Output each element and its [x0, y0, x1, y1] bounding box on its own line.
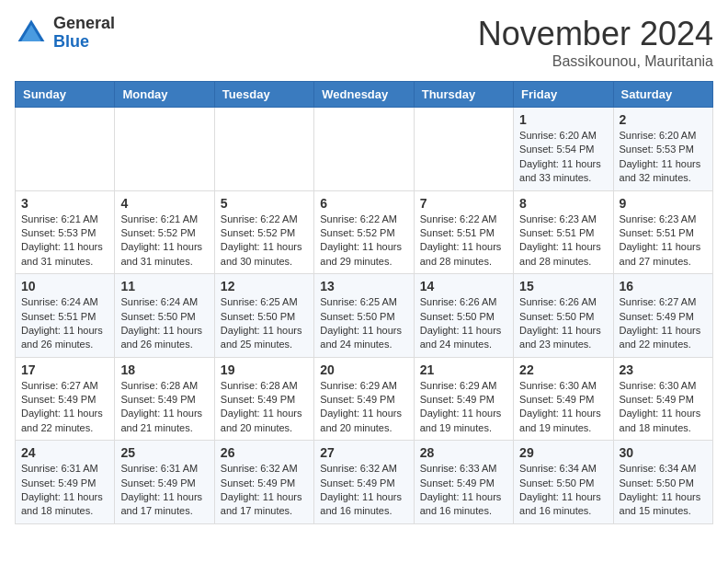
day-number: 26: [221, 445, 308, 460]
day-info: Sunrise: 6:26 AMSunset: 5:50 PMDaylight:…: [420, 295, 507, 352]
location-title: Bassikounou, Mauritania: [478, 53, 713, 70]
logo-blue: Blue: [53, 32, 89, 51]
page-header: General Blue November 2024 Bassikounou, …: [15, 15, 713, 70]
logo: General Blue: [15, 15, 115, 52]
calendar-table: SundayMondayTuesdayWednesdayThursdayFrid…: [15, 81, 713, 524]
calendar-cell: 14Sunrise: 6:26 AMSunset: 5:50 PMDayligh…: [414, 274, 513, 358]
logo-icon: [15, 17, 48, 50]
day-info: Sunrise: 6:22 AMSunset: 5:52 PMDaylight:…: [320, 213, 407, 270]
day-number: 10: [21, 279, 108, 293]
weekday-header-thursday: Thursday: [414, 82, 513, 108]
day-number: 15: [519, 279, 607, 293]
day-number: 2: [620, 112, 707, 127]
day-number: 20: [320, 362, 407, 377]
day-info: Sunrise: 6:34 AMSunset: 5:50 PMDaylight:…: [519, 462, 607, 519]
day-number: 13: [320, 279, 407, 293]
calendar-cell: 2Sunrise: 6:20 AMSunset: 5:53 PMDaylight…: [613, 108, 712, 191]
day-info: Sunrise: 6:29 AMSunset: 5:49 PMDaylight:…: [420, 379, 507, 436]
day-info: Sunrise: 6:20 AMSunset: 5:53 PMDaylight:…: [620, 129, 707, 186]
day-info: Sunrise: 6:25 AMSunset: 5:50 PMDaylight:…: [320, 295, 407, 352]
day-info: Sunrise: 6:29 AMSunset: 5:49 PMDaylight:…: [320, 379, 407, 436]
calendar-week-row: 1Sunrise: 6:20 AMSunset: 5:54 PMDaylight…: [16, 108, 713, 191]
calendar-cell: [16, 108, 115, 191]
weekday-header-friday: Friday: [514, 82, 613, 108]
weekday-header-wednesday: Wednesday: [314, 82, 414, 108]
day-info: Sunrise: 6:24 AMSunset: 5:51 PMDaylight:…: [21, 295, 108, 352]
calendar-cell: 24Sunrise: 6:31 AMSunset: 5:49 PMDayligh…: [16, 441, 115, 524]
title-block: November 2024 Bassikounou, Mauritania: [478, 15, 713, 70]
day-number: 5: [221, 196, 308, 211]
day-number: 12: [221, 279, 308, 293]
calendar-cell: 11Sunrise: 6:24 AMSunset: 5:50 PMDayligh…: [115, 274, 214, 358]
day-info: Sunrise: 6:26 AMSunset: 5:50 PMDaylight:…: [519, 295, 607, 352]
day-number: 14: [420, 279, 507, 293]
calendar-cell: 27Sunrise: 6:32 AMSunset: 5:49 PMDayligh…: [314, 441, 414, 524]
day-number: 1: [519, 112, 607, 127]
day-number: 30: [620, 445, 707, 460]
day-number: 18: [120, 362, 208, 377]
calendar-cell: 16Sunrise: 6:27 AMSunset: 5:49 PMDayligh…: [613, 274, 712, 358]
day-number: 21: [420, 362, 507, 377]
day-info: Sunrise: 6:22 AMSunset: 5:52 PMDaylight:…: [221, 213, 308, 270]
calendar-cell: 19Sunrise: 6:28 AMSunset: 5:49 PMDayligh…: [214, 357, 313, 441]
calendar-cell: 1Sunrise: 6:20 AMSunset: 5:54 PMDaylight…: [514, 108, 613, 191]
day-number: 24: [21, 445, 108, 460]
day-info: Sunrise: 6:30 AMSunset: 5:49 PMDaylight:…: [519, 379, 607, 436]
calendar-cell: 22Sunrise: 6:30 AMSunset: 5:49 PMDayligh…: [514, 357, 613, 441]
calendar-cell: 9Sunrise: 6:23 AMSunset: 5:51 PMDaylight…: [613, 190, 712, 274]
day-info: Sunrise: 6:34 AMSunset: 5:50 PMDaylight:…: [620, 462, 707, 519]
day-number: 22: [519, 362, 607, 377]
calendar-cell: 3Sunrise: 6:21 AMSunset: 5:53 PMDaylight…: [16, 190, 115, 274]
calendar-cell: [214, 108, 313, 191]
day-info: Sunrise: 6:23 AMSunset: 5:51 PMDaylight:…: [519, 213, 607, 270]
day-info: Sunrise: 6:27 AMSunset: 5:49 PMDaylight:…: [21, 379, 108, 436]
weekday-header-row: SundayMondayTuesdayWednesdayThursdayFrid…: [16, 82, 713, 108]
calendar-cell: 6Sunrise: 6:22 AMSunset: 5:52 PMDaylight…: [314, 190, 414, 274]
day-number: 19: [221, 362, 308, 377]
calendar-week-row: 24Sunrise: 6:31 AMSunset: 5:49 PMDayligh…: [16, 441, 713, 524]
day-info: Sunrise: 6:33 AMSunset: 5:49 PMDaylight:…: [420, 462, 507, 519]
logo-text: General Blue: [53, 15, 115, 52]
day-info: Sunrise: 6:25 AMSunset: 5:50 PMDaylight:…: [221, 295, 308, 352]
calendar-cell: 23Sunrise: 6:30 AMSunset: 5:49 PMDayligh…: [613, 357, 712, 441]
calendar-cell: 17Sunrise: 6:27 AMSunset: 5:49 PMDayligh…: [16, 357, 115, 441]
weekday-header-saturday: Saturday: [613, 82, 712, 108]
calendar-cell: 5Sunrise: 6:22 AMSunset: 5:52 PMDaylight…: [214, 190, 313, 274]
calendar-cell: 4Sunrise: 6:21 AMSunset: 5:52 PMDaylight…: [115, 190, 214, 274]
day-number: 25: [120, 445, 208, 460]
calendar-cell: 30Sunrise: 6:34 AMSunset: 5:50 PMDayligh…: [613, 441, 712, 524]
weekday-header-sunday: Sunday: [16, 82, 115, 108]
calendar-cell: 26Sunrise: 6:32 AMSunset: 5:49 PMDayligh…: [214, 441, 313, 524]
day-info: Sunrise: 6:27 AMSunset: 5:49 PMDaylight:…: [620, 295, 707, 352]
day-number: 8: [519, 196, 607, 211]
day-info: Sunrise: 6:31 AMSunset: 5:49 PMDaylight:…: [120, 462, 208, 519]
day-number: 9: [620, 196, 707, 211]
day-info: Sunrise: 6:20 AMSunset: 5:54 PMDaylight:…: [519, 129, 607, 186]
day-info: Sunrise: 6:23 AMSunset: 5:51 PMDaylight:…: [620, 213, 707, 270]
day-number: 23: [620, 362, 707, 377]
day-number: 4: [120, 196, 208, 211]
day-info: Sunrise: 6:31 AMSunset: 5:49 PMDaylight:…: [21, 462, 108, 519]
day-info: Sunrise: 6:32 AMSunset: 5:49 PMDaylight:…: [221, 462, 308, 519]
day-number: 28: [420, 445, 507, 460]
day-number: 11: [120, 279, 208, 293]
day-info: Sunrise: 6:22 AMSunset: 5:51 PMDaylight:…: [420, 213, 507, 270]
day-info: Sunrise: 6:24 AMSunset: 5:50 PMDaylight:…: [120, 295, 208, 352]
day-info: Sunrise: 6:21 AMSunset: 5:52 PMDaylight:…: [120, 213, 208, 270]
calendar-cell: 7Sunrise: 6:22 AMSunset: 5:51 PMDaylight…: [414, 190, 513, 274]
day-info: Sunrise: 6:28 AMSunset: 5:49 PMDaylight:…: [120, 379, 208, 436]
weekday-header-monday: Monday: [115, 82, 214, 108]
weekday-header-tuesday: Tuesday: [214, 82, 313, 108]
day-number: 27: [320, 445, 407, 460]
day-number: 29: [519, 445, 607, 460]
day-number: 17: [21, 362, 108, 377]
calendar-cell: 15Sunrise: 6:26 AMSunset: 5:50 PMDayligh…: [514, 274, 613, 358]
calendar-cell: 20Sunrise: 6:29 AMSunset: 5:49 PMDayligh…: [314, 357, 414, 441]
day-number: 6: [320, 196, 407, 211]
calendar-cell: 13Sunrise: 6:25 AMSunset: 5:50 PMDayligh…: [314, 274, 414, 358]
calendar-cell: 25Sunrise: 6:31 AMSunset: 5:49 PMDayligh…: [115, 441, 214, 524]
month-title: November 2024: [478, 15, 713, 53]
calendar-cell: 8Sunrise: 6:23 AMSunset: 5:51 PMDaylight…: [514, 190, 613, 274]
calendar-week-row: 10Sunrise: 6:24 AMSunset: 5:51 PMDayligh…: [16, 274, 713, 358]
calendar-cell: 18Sunrise: 6:28 AMSunset: 5:49 PMDayligh…: [115, 357, 214, 441]
